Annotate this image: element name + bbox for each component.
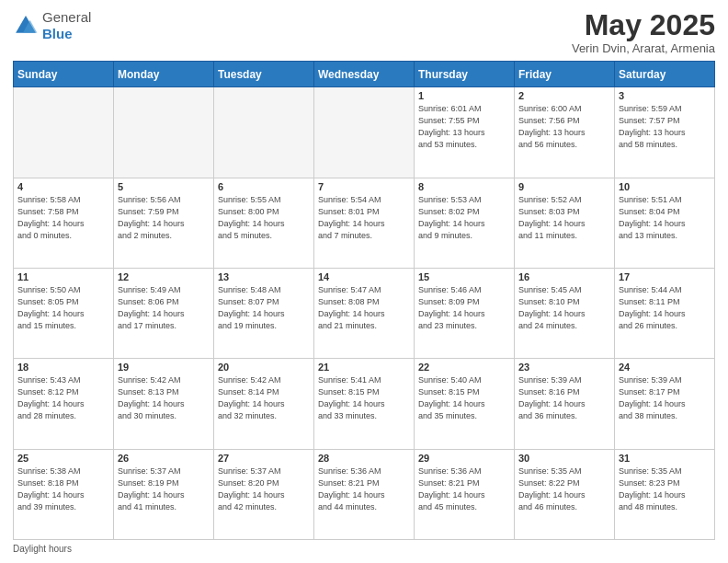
day-info: Sunrise: 5:54 AM Sunset: 8:01 PM Dayligh…: [318, 194, 410, 242]
table-row: 9Sunrise: 5:52 AM Sunset: 8:03 PM Daylig…: [515, 178, 615, 268]
table-row: 21Sunrise: 5:41 AM Sunset: 8:15 PM Dayli…: [314, 359, 415, 449]
day-info: Sunrise: 5:56 AM Sunset: 7:59 PM Dayligh…: [118, 194, 210, 242]
day-info: Sunrise: 5:58 AM Sunset: 7:58 PM Dayligh…: [17, 194, 109, 242]
daylight-label: Daylight hours: [13, 544, 72, 554]
footer-note: Daylight hours: [13, 544, 715, 554]
calendar-table: Sunday Monday Tuesday Wednesday Thursday…: [13, 61, 715, 540]
calendar-week-1: 1Sunrise: 6:01 AM Sunset: 7:55 PM Daylig…: [14, 87, 715, 178]
day-info: Sunrise: 5:36 AM Sunset: 8:21 PM Dayligh…: [318, 465, 410, 513]
day-info: Sunrise: 5:40 AM Sunset: 8:15 PM Dayligh…: [418, 374, 510, 422]
table-row: 17Sunrise: 5:44 AM Sunset: 8:11 PM Dayli…: [615, 268, 715, 358]
day-info: Sunrise: 5:38 AM Sunset: 8:18 PM Dayligh…: [17, 465, 109, 513]
calendar-week-2: 4Sunrise: 5:58 AM Sunset: 7:58 PM Daylig…: [14, 178, 715, 268]
day-number: 13: [218, 271, 310, 282]
day-info: Sunrise: 5:50 AM Sunset: 8:05 PM Dayligh…: [17, 284, 109, 332]
month-title: May 2025: [572, 9, 715, 41]
day-info: Sunrise: 5:47 AM Sunset: 8:08 PM Dayligh…: [318, 284, 410, 332]
day-number: 14: [318, 271, 410, 282]
table-row: 30Sunrise: 5:35 AM Sunset: 8:22 PM Dayli…: [515, 449, 615, 539]
day-info: Sunrise: 5:51 AM Sunset: 8:04 PM Dayligh…: [619, 194, 711, 242]
day-info: Sunrise: 5:53 AM Sunset: 8:02 PM Dayligh…: [418, 194, 510, 242]
table-row: 8Sunrise: 5:53 AM Sunset: 8:02 PM Daylig…: [415, 178, 515, 268]
day-info: Sunrise: 5:35 AM Sunset: 8:22 PM Dayligh…: [518, 465, 610, 513]
logo-blue: Blue: [42, 26, 73, 41]
day-number: 25: [17, 453, 109, 464]
day-number: 19: [118, 362, 210, 373]
col-monday: Monday: [114, 62, 214, 87]
day-number: 18: [17, 362, 109, 373]
logo-icon: [13, 13, 39, 39]
day-number: 10: [619, 181, 711, 192]
day-info: Sunrise: 5:43 AM Sunset: 8:12 PM Dayligh…: [17, 374, 109, 422]
day-info: Sunrise: 5:48 AM Sunset: 8:07 PM Dayligh…: [218, 284, 310, 332]
logo: General Blue: [13, 9, 91, 42]
day-info: Sunrise: 5:52 AM Sunset: 8:03 PM Dayligh…: [518, 194, 610, 242]
table-row: [314, 87, 415, 178]
table-row: 16Sunrise: 5:45 AM Sunset: 8:10 PM Dayli…: [515, 268, 615, 358]
table-row: [214, 87, 314, 178]
day-info: Sunrise: 5:35 AM Sunset: 8:23 PM Dayligh…: [619, 465, 711, 513]
day-number: 22: [418, 362, 510, 373]
table-row: [114, 87, 214, 178]
day-info: Sunrise: 5:41 AM Sunset: 8:15 PM Dayligh…: [318, 374, 410, 422]
col-tuesday: Tuesday: [214, 62, 314, 87]
table-row: 4Sunrise: 5:58 AM Sunset: 7:58 PM Daylig…: [14, 178, 114, 268]
table-row: 20Sunrise: 5:42 AM Sunset: 8:14 PM Dayli…: [214, 359, 314, 449]
table-row: [14, 87, 114, 178]
table-row: 15Sunrise: 5:46 AM Sunset: 8:09 PM Dayli…: [415, 268, 515, 358]
day-number: 27: [218, 453, 310, 464]
header: General Blue May 2025 Verin Dvin, Ararat…: [13, 9, 715, 55]
day-info: Sunrise: 6:01 AM Sunset: 7:55 PM Dayligh…: [418, 103, 510, 151]
day-info: Sunrise: 5:37 AM Sunset: 8:19 PM Dayligh…: [118, 465, 210, 513]
table-row: 6Sunrise: 5:55 AM Sunset: 8:00 PM Daylig…: [214, 178, 314, 268]
day-info: Sunrise: 5:49 AM Sunset: 8:06 PM Dayligh…: [118, 284, 210, 332]
day-number: 30: [518, 453, 610, 464]
table-row: 2Sunrise: 6:00 AM Sunset: 7:56 PM Daylig…: [515, 87, 615, 178]
title-block: May 2025 Verin Dvin, Ararat, Armenia: [572, 9, 715, 55]
table-row: 5Sunrise: 5:56 AM Sunset: 7:59 PM Daylig…: [114, 178, 214, 268]
day-info: Sunrise: 5:55 AM Sunset: 8:00 PM Dayligh…: [218, 194, 310, 242]
table-row: 7Sunrise: 5:54 AM Sunset: 8:01 PM Daylig…: [314, 178, 415, 268]
day-info: Sunrise: 5:36 AM Sunset: 8:21 PM Dayligh…: [418, 465, 510, 513]
day-number: 6: [218, 181, 310, 192]
table-row: 22Sunrise: 5:40 AM Sunset: 8:15 PM Dayli…: [415, 359, 515, 449]
day-number: 31: [619, 453, 711, 464]
logo-text: General Blue: [42, 9, 91, 42]
day-number: 20: [218, 362, 310, 373]
day-info: Sunrise: 5:45 AM Sunset: 8:10 PM Dayligh…: [518, 284, 610, 332]
day-info: Sunrise: 5:59 AM Sunset: 7:57 PM Dayligh…: [619, 103, 711, 151]
day-number: 17: [619, 271, 711, 282]
table-row: 14Sunrise: 5:47 AM Sunset: 8:08 PM Dayli…: [314, 268, 415, 358]
day-number: 24: [619, 362, 711, 373]
day-number: 1: [418, 90, 510, 101]
table-row: 12Sunrise: 5:49 AM Sunset: 8:06 PM Dayli…: [114, 268, 214, 358]
table-row: 26Sunrise: 5:37 AM Sunset: 8:19 PM Dayli…: [114, 449, 214, 539]
calendar-week-4: 18Sunrise: 5:43 AM Sunset: 8:12 PM Dayli…: [14, 359, 715, 449]
table-row: 28Sunrise: 5:36 AM Sunset: 8:21 PM Dayli…: [314, 449, 415, 539]
calendar-header-row: Sunday Monday Tuesday Wednesday Thursday…: [14, 62, 715, 87]
day-number: 15: [418, 271, 510, 282]
day-number: 12: [118, 271, 210, 282]
subtitle: Verin Dvin, Ararat, Armenia: [572, 41, 715, 55]
table-row: 31Sunrise: 5:35 AM Sunset: 8:23 PM Dayli…: [615, 449, 715, 539]
table-row: 24Sunrise: 5:39 AM Sunset: 8:17 PM Dayli…: [615, 359, 715, 449]
day-number: 4: [17, 181, 109, 192]
logo-general: General: [42, 9, 91, 25]
day-number: 21: [318, 362, 410, 373]
day-number: 23: [518, 362, 610, 373]
day-number: 2: [518, 90, 610, 101]
day-number: 9: [518, 181, 610, 192]
day-number: 28: [318, 453, 410, 464]
table-row: 3Sunrise: 5:59 AM Sunset: 7:57 PM Daylig…: [615, 87, 715, 178]
table-row: 10Sunrise: 5:51 AM Sunset: 8:04 PM Dayli…: [615, 178, 715, 268]
col-wednesday: Wednesday: [314, 62, 415, 87]
col-friday: Friday: [515, 62, 615, 87]
col-saturday: Saturday: [615, 62, 715, 87]
day-number: 26: [118, 453, 210, 464]
day-number: 8: [418, 181, 510, 192]
day-info: Sunrise: 5:39 AM Sunset: 8:17 PM Dayligh…: [619, 374, 711, 422]
day-info: Sunrise: 5:39 AM Sunset: 8:16 PM Dayligh…: [518, 374, 610, 422]
day-number: 5: [118, 181, 210, 192]
calendar-week-3: 11Sunrise: 5:50 AM Sunset: 8:05 PM Dayli…: [14, 268, 715, 358]
table-row: 25Sunrise: 5:38 AM Sunset: 8:18 PM Dayli…: [14, 449, 114, 539]
